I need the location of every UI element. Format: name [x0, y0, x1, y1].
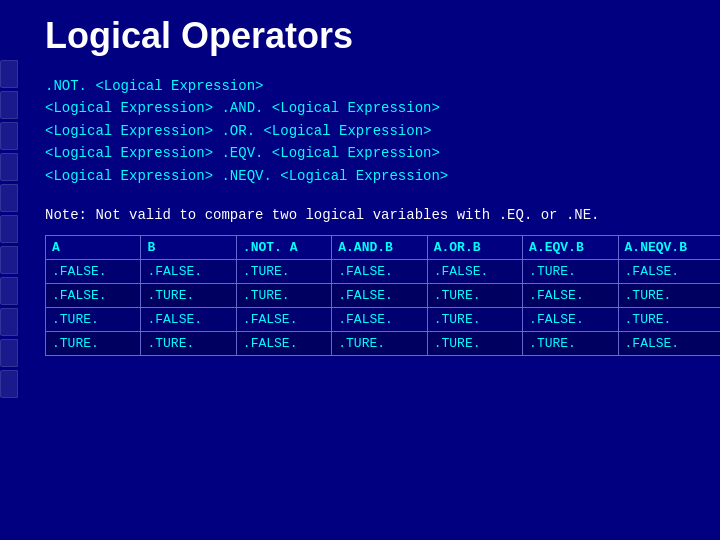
table-header-col-0: A: [46, 235, 141, 259]
table-header-col-6: A.NEQV.B: [618, 235, 720, 259]
side-tabs-decoration: [0, 60, 18, 440]
table-header-col-5: A.EQV.B: [523, 235, 618, 259]
table-header-col-2: .NOT. A: [236, 235, 331, 259]
syntax-line-3: <Logical Expression> .OR. <Logical Expre…: [45, 120, 700, 142]
note-text: Note: Not valid to compare two logical v…: [45, 207, 700, 223]
table-row: .FALSE..TURE..TURE..FALSE..TURE..FALSE..…: [46, 283, 721, 307]
side-tab-6: [0, 215, 18, 243]
syntax-section: .NOT. <Logical Expression> <Logical Expr…: [45, 75, 700, 187]
table-cell-1-0: .FALSE.: [46, 283, 141, 307]
table-cell-0-4: .FALSE.: [427, 259, 522, 283]
table-row: .TURE..FALSE..FALSE..FALSE..TURE..FALSE.…: [46, 307, 721, 331]
table-cell-3-2: .FALSE.: [236, 331, 331, 355]
syntax-line-2: <Logical Expression> .AND. <Logical Expr…: [45, 97, 700, 119]
table-cell-2-6: .TURE.: [618, 307, 720, 331]
table-cell-1-5: .FALSE.: [523, 283, 618, 307]
syntax-line-1: .NOT. <Logical Expression>: [45, 75, 700, 97]
side-tab-5: [0, 184, 18, 212]
table-cell-0-2: .TURE.: [236, 259, 331, 283]
table-cell-0-3: .FALSE.: [332, 259, 427, 283]
table-cell-1-6: .TURE.: [618, 283, 720, 307]
table-cell-0-1: .FALSE.: [141, 259, 236, 283]
table-cell-3-3: .TURE.: [332, 331, 427, 355]
syntax-line-4: <Logical Expression> .EQV. <Logical Expr…: [45, 142, 700, 164]
side-tab-3: [0, 122, 18, 150]
side-tab-4: [0, 153, 18, 181]
main-content: Logical Operators .NOT. <Logical Express…: [25, 0, 720, 371]
table-header-col-3: A.AND.B: [332, 235, 427, 259]
table-row: .FALSE..FALSE..TURE..FALSE..FALSE..TURE.…: [46, 259, 721, 283]
table-cell-0-5: .TURE.: [523, 259, 618, 283]
table-cell-0-0: .FALSE.: [46, 259, 141, 283]
table-cell-1-4: .TURE.: [427, 283, 522, 307]
truth-table: AB.NOT. AA.AND.BA.OR.BA.EQV.BA.NEQV.B .F…: [45, 235, 720, 356]
table-header-row: AB.NOT. AA.AND.BA.OR.BA.EQV.BA.NEQV.B: [46, 235, 721, 259]
side-tab-8: [0, 277, 18, 305]
side-tab-10: [0, 339, 18, 367]
table-cell-3-0: .TURE.: [46, 331, 141, 355]
syntax-line-5: <Logical Expression> .NEQV. <Logical Exp…: [45, 165, 700, 187]
side-tab-1: [0, 60, 18, 88]
table-cell-3-1: .TURE.: [141, 331, 236, 355]
table-cell-3-5: .TURE.: [523, 331, 618, 355]
page-title: Logical Operators: [45, 15, 700, 57]
side-tab-7: [0, 246, 18, 274]
table-cell-2-1: .FALSE.: [141, 307, 236, 331]
table-cell-3-4: .TURE.: [427, 331, 522, 355]
side-tab-2: [0, 91, 18, 119]
table-row: .TURE..TURE..FALSE..TURE..TURE..TURE..FA…: [46, 331, 721, 355]
table-cell-2-5: .FALSE.: [523, 307, 618, 331]
table-cell-2-2: .FALSE.: [236, 307, 331, 331]
table-cell-2-3: .FALSE.: [332, 307, 427, 331]
table-cell-1-2: .TURE.: [236, 283, 331, 307]
table-cell-2-4: .TURE.: [427, 307, 522, 331]
table-header-col-4: A.OR.B: [427, 235, 522, 259]
side-tab-9: [0, 308, 18, 336]
table-cell-1-3: .FALSE.: [332, 283, 427, 307]
table-body: .FALSE..FALSE..TURE..FALSE..FALSE..TURE.…: [46, 259, 721, 355]
table-cell-2-0: .TURE.: [46, 307, 141, 331]
side-tab-11: [0, 370, 18, 398]
table-cell-1-1: .TURE.: [141, 283, 236, 307]
table-cell-3-6: .FALSE.: [618, 331, 720, 355]
table-cell-0-6: .FALSE.: [618, 259, 720, 283]
table-header-col-1: B: [141, 235, 236, 259]
